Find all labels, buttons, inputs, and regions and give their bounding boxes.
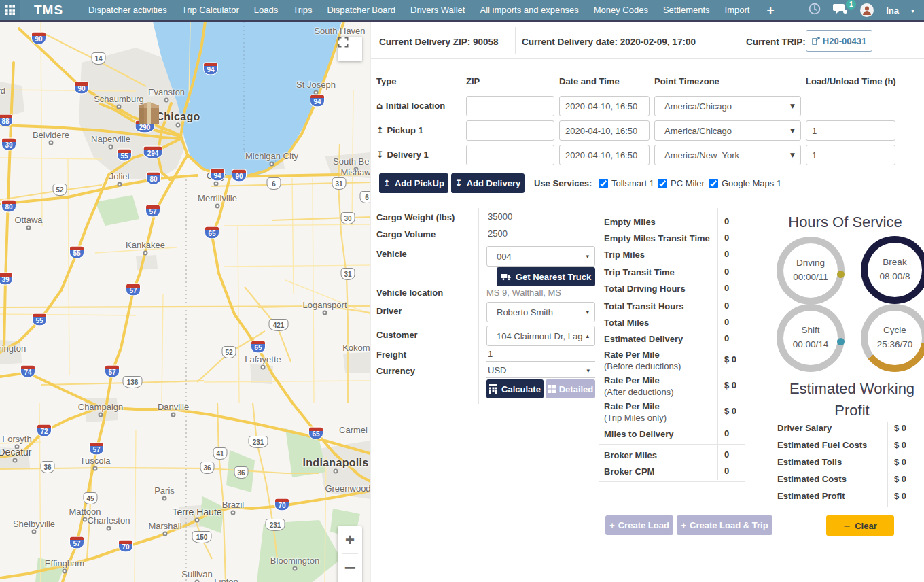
timezone-select-initial[interactable]: America/Chicago▼ [654, 96, 801, 116]
current-delivery-date-value: 2020-02-09, 17:00 [620, 37, 696, 47]
nav-dispatcher-board[interactable]: Dispatcher Board [320, 0, 403, 20]
table-icon [548, 385, 556, 393]
zoom-in-button[interactable]: + [338, 526, 362, 553]
interstate-shield-icon: 55 [32, 313, 47, 326]
interstate-shield-icon: 294 [143, 146, 163, 159]
profit-value: $ 0 [894, 423, 906, 433]
nav-all-imports-expenses[interactable]: All imports and expenses [472, 0, 586, 20]
header-vdivider-1 [515, 27, 516, 54]
nav-settlements[interactable]: Settlements [656, 0, 717, 20]
google-maps-checkbox[interactable] [709, 179, 718, 188]
customer-select[interactable]: 104 Clairmont Dr, Lagran▴ [486, 326, 595, 346]
interstate-shield-icon: 74 [20, 365, 35, 378]
create-load-button[interactable]: +Create Load [605, 515, 673, 535]
map-labels-layer: South HavenSt JosephRockfordBelvidereSch… [0, 22, 370, 582]
zip-input-initial[interactable] [466, 96, 554, 116]
map-city-label: Lafayette [245, 354, 281, 364]
interstate-shield-icon: 39 [1, 138, 16, 151]
clock-icon[interactable] [808, 3, 821, 18]
row-initial-location-label: Initial location [386, 101, 445, 111]
us-route-shield-icon: 6 [267, 177, 281, 190]
map-city-dot [176, 123, 181, 128]
nav-loads[interactable]: Loads [247, 0, 285, 20]
chevron-down-icon: ▾ [586, 253, 589, 260]
interstate-shield-icon: 65 [251, 341, 266, 354]
chat-icon[interactable]: 1 [833, 3, 848, 17]
tollsmart-checkbox[interactable] [599, 179, 608, 188]
map-city-dot [117, 105, 122, 109]
get-nearest-truck-button[interactable]: Get Nearest Truck [497, 267, 595, 286]
row-pickup-1: ↥ Pickup 1 [376, 125, 423, 135]
nav-trips[interactable]: Trips [285, 0, 319, 20]
current-delivery-zip: Current Delivery ZIP: 90058 [379, 37, 499, 47]
map-city-dot [49, 141, 54, 146]
driver-select[interactable]: Roberto Smith▾ [486, 302, 595, 322]
user-name[interactable]: Ina [886, 5, 899, 16]
profit-value: $ 0 [894, 474, 906, 484]
datetime-input-initial[interactable] [559, 96, 650, 116]
load-time-input-delivery-1[interactable] [806, 145, 895, 165]
calculate-button[interactable]: Calculate [486, 379, 544, 398]
us-route-shield-icon: 45 [84, 492, 98, 504]
detailed-button[interactable]: Detailed [546, 379, 595, 398]
timezone-value-pickup-1: America/Chicago [664, 126, 732, 136]
nav-dispatcher-activities[interactable]: Dispatcher activities [81, 0, 175, 20]
chevron-down-icon: ▼ [790, 152, 795, 158]
datetime-input-pickup-1[interactable] [559, 120, 650, 141]
map-zoom-control: + − [338, 526, 362, 582]
freight-input[interactable] [486, 347, 595, 362]
service-tollsmart[interactable]: Tollsmart 1 [599, 178, 654, 188]
use-services-label: Use Services: [534, 178, 592, 188]
map-canvas[interactable]: South HavenSt JosephRockfordBelvidereSch… [0, 22, 370, 582]
nav-import[interactable]: Import [717, 0, 758, 20]
truck-icon [501, 273, 512, 281]
currency-select[interactable]: USD▾ [486, 363, 595, 378]
chevron-down-icon: ▾ [911, 7, 914, 14]
vehicle-select[interactable]: 004▾ [486, 246, 595, 267]
cargo-volume-input[interactable] [486, 226, 595, 241]
stat-label: Empty Miles [604, 216, 656, 228]
col-point-timezone: Point Timezone [654, 76, 719, 86]
stat-value: 0 [724, 283, 729, 293]
fullscreen-button[interactable] [338, 37, 362, 61]
create-load-trip-label: Create Load & Trip [690, 520, 768, 530]
service-pc-miler[interactable]: PC Miler [658, 178, 705, 188]
add-delivery-button[interactable]: ↧Add Delivery [451, 173, 525, 193]
timezone-select-delivery-1[interactable]: America/New_York▼ [654, 145, 801, 165]
map-city-label: Merrillville [198, 193, 237, 203]
clear-button[interactable]: −Clear [826, 515, 894, 536]
zip-input-pickup-1[interactable] [466, 120, 554, 141]
chevron-down-icon: ▾ [586, 309, 589, 315]
nav-trip-calculator[interactable]: Trip Calculator [175, 0, 247, 20]
current-trip-link[interactable]: H20-00431 [806, 30, 872, 52]
map-city-dot [32, 530, 37, 534]
load-time-input-pickup-1[interactable] [806, 120, 895, 141]
avatar[interactable] [860, 3, 874, 17]
timezone-select-pickup-1[interactable]: America/Chicago▼ [654, 120, 801, 141]
zip-input-delivery-1[interactable] [466, 145, 554, 165]
create-load-trip-button[interactable]: +Create Load & Trip [677, 515, 772, 535]
cargo-weight-input[interactable] [486, 209, 595, 224]
nav-drivers-wallet[interactable]: Drivers Wallet [403, 0, 472, 20]
stat-label: Total Driving Hours [604, 283, 686, 294]
add-pickup-button[interactable]: ↥Add PickUp [379, 173, 448, 193]
map-city-label: Bloomington [270, 555, 319, 566]
map-city-dot [323, 311, 327, 315]
nav-money-codes[interactable]: Money Codes [586, 0, 656, 20]
gauge-value: 08:00/8 [879, 270, 910, 284]
pickup-icon: ↥ [383, 178, 391, 188]
cargo-vdivider [478, 208, 479, 404]
cargo-volume-label: Cargo Volume [376, 229, 436, 239]
app-launcher-button[interactable] [0, 0, 20, 20]
interstate-shield-icon: 55 [69, 246, 84, 259]
map-city-label: Indianapolis [303, 457, 369, 469]
stat-label: Rate Per Mile(Before deductions) [604, 349, 681, 372]
zoom-out-button[interactable]: − [338, 554, 362, 581]
pc-miler-checkbox[interactable] [658, 179, 667, 188]
stat-label: Broker Miles [604, 449, 657, 461]
add-icon[interactable]: + [757, 3, 783, 18]
service-google-maps[interactable]: Google Maps 1 [709, 178, 781, 188]
plus-icon: + [681, 520, 686, 530]
stat-value: 0 [724, 216, 729, 226]
datetime-input-delivery-1[interactable] [559, 145, 650, 165]
